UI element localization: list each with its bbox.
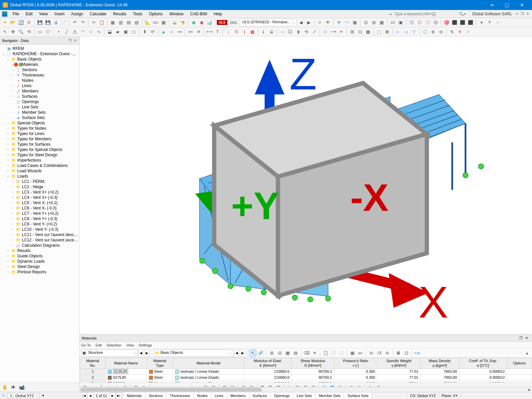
bp-fx2-icon[interactable]: fx̄ xyxy=(376,349,383,357)
bp-excel-icon[interactable]: ▦ xyxy=(349,349,356,357)
menu-view[interactable]: View xyxy=(36,11,51,17)
table-hscrollbar[interactable]: ◀ ▶ xyxy=(80,387,532,392)
tree-lc8[interactable]: ›📁LC8 - Vent Y+ (-0.3) xyxy=(1,216,79,221)
tab-line-sets[interactable]: Line Sets xyxy=(293,392,316,399)
load-combo-select[interactable]: ULS (STR/GEO) - Permane... xyxy=(240,19,297,26)
menu-edit[interactable]: Edit xyxy=(22,11,36,17)
model-viewport[interactable]: Z X Y +Y -X xyxy=(80,37,532,334)
bp-prev1-icon[interactable]: ◀ xyxy=(138,349,144,357)
maximize-button[interactable]: ▢ xyxy=(499,0,514,10)
tree-basic-objects[interactable]: ⌄📁Basic Objects xyxy=(1,57,79,62)
undo-icon[interactable]: ↶ xyxy=(71,19,78,26)
menu-results[interactable]: Results xyxy=(110,11,130,17)
col-header[interactable]: Material Model xyxy=(173,358,244,368)
menu-calculate[interactable]: Calculate xyxy=(86,11,110,17)
results-nav-icon[interactable]: 📊 xyxy=(206,19,213,26)
tree-steel-design[interactable]: ›📁Steel Design xyxy=(1,264,79,269)
tree-openings[interactable]: ◻Openings xyxy=(1,99,79,104)
tab-nodes[interactable]: Nodes xyxy=(194,392,211,399)
tab-surfaces[interactable]: Surfaces xyxy=(249,392,271,399)
tree-surface-sets[interactable]: ▰Surface Sets xyxy=(1,115,79,120)
col-header[interactable]: Specific Weightγ [kN/m³] xyxy=(377,358,421,368)
bp-scroll-up-icon[interactable]: ▴ xyxy=(523,349,531,357)
tree-special-objects[interactable]: ›📁Special Objects xyxy=(1,120,79,126)
next-lc-icon[interactable]: ▶ xyxy=(305,19,313,26)
star-icon[interactable]: ★ xyxy=(316,19,324,26)
doc-restore-button[interactable]: ❐ xyxy=(520,12,525,16)
tab-surface-sets[interactable]: Surface Sets xyxy=(344,392,372,399)
bp-next2-icon[interactable]: ▶ xyxy=(240,349,245,357)
bp-copy-icon[interactable]: 📋 xyxy=(322,349,329,357)
tree-member-sets[interactable]: ›⫽Member Sets xyxy=(1,110,79,115)
polyline-icon[interactable]: ⋀ xyxy=(71,28,78,36)
bp-delete-row-icon[interactable]: ⊟ xyxy=(276,349,283,357)
table-row[interactable]: 1S235JRSteelIsotropic | Linear Elastic21… xyxy=(80,368,532,374)
node-result-icon[interactable]: ⊡ xyxy=(362,19,369,26)
tree-types-for-steel-design[interactable]: ›📁Types for Steel Design xyxy=(1,152,79,158)
tree-lc6[interactable]: ›📁LC6 - Vent X- (-0.3) xyxy=(1,205,79,211)
tree-lc9[interactable]: ›📁LC9 - Vent Y- (+0.2) xyxy=(1,221,79,227)
bp-menu-settings[interactable]: Settings xyxy=(139,343,152,347)
tree-loads[interactable]: ⌄📁Loads xyxy=(1,174,79,179)
move-screen-icon[interactable]: ✥ xyxy=(9,28,17,36)
eye-view-icon[interactable]: 👁 xyxy=(11,385,16,390)
panel-icon[interactable]: ▣ xyxy=(397,19,404,26)
hand-icon[interactable]: ✋ xyxy=(2,385,8,390)
bp-prev2-icon[interactable]: ◀ xyxy=(234,349,239,357)
col-header[interactable]: Modulus of Elast.E [N/mm²] xyxy=(244,358,292,368)
tree-materials[interactable]: ›🔴🟢Materials xyxy=(1,62,79,67)
menu-cad-bim[interactable]: CAD-BIM xyxy=(187,11,210,17)
tree-dynamic-loads[interactable]: ›📁Dynamic Loads xyxy=(1,259,79,264)
bp-grid2-icon[interactable]: ▤ xyxy=(292,349,299,357)
copy-icon[interactable]: 📋 xyxy=(98,19,105,26)
menu-tools[interactable]: Tools xyxy=(130,11,146,17)
help-icon[interactable]: ? xyxy=(486,19,493,26)
keyword-search[interactable]: ▸ xyxy=(390,11,454,17)
deform-icon[interactable]: 〰 xyxy=(343,19,350,26)
eye-icon[interactable]: 👁 xyxy=(324,19,332,26)
analysis-icon[interactable]: ◉ xyxy=(190,19,197,26)
tree-lc7[interactable]: ›📁LC7 - Vent Y+ (+0.2) xyxy=(1,211,79,216)
line-icon[interactable]: ╱ xyxy=(63,28,70,36)
member-result-icon[interactable]: ⊞ xyxy=(370,19,377,26)
table-row[interactable]: 2S275JRSteelIsotropic | Linear Elastic21… xyxy=(80,374,532,380)
tree-nodes[interactable]: •Nodes xyxy=(1,78,79,83)
tab-lines[interactable]: Lines xyxy=(211,392,227,399)
bp-unit-icon[interactable]: ⊡ xyxy=(403,349,410,357)
tree-lc3[interactable]: ›📁LC3 - Vent X+ (+0.2) xyxy=(1,190,79,195)
bp-abc-icon[interactable]: abc xyxy=(357,349,364,357)
tab-openings[interactable]: Openings xyxy=(270,392,293,399)
bp-x-icon[interactable]: ✕ xyxy=(311,349,318,357)
tree-types-for-lines[interactable]: ›📁Types for Lines xyxy=(1,131,79,136)
tree-load-cases-combinations[interactable]: ›📁Load Cases & Combinations xyxy=(1,163,79,168)
report-icon[interactable]: 📄 xyxy=(60,19,67,26)
menu-insert[interactable]: Insert xyxy=(51,11,68,17)
tree-line-sets[interactable]: ⫽Line Sets xyxy=(1,104,79,110)
arc-icon[interactable]: ◠ xyxy=(79,28,86,36)
bp-structure-select[interactable]: ▦Structure xyxy=(81,349,138,357)
tab-materials[interactable]: Materials xyxy=(123,392,146,399)
filter-icon[interactable]: ▼ xyxy=(335,19,342,26)
tab-first-icon[interactable]: |◀ xyxy=(81,392,87,399)
bp-fx3-icon[interactable]: fx xyxy=(384,349,391,357)
cursor-icon[interactable]: ↖ xyxy=(1,28,9,36)
bp-fx1-icon[interactable]: fx xyxy=(368,349,375,357)
bp-calc-icon[interactable]: 🖩 xyxy=(395,349,402,357)
bp-link-icon[interactable]: 🔗 xyxy=(257,349,264,357)
view-4-icon[interactable]: ▧ xyxy=(133,19,140,26)
tab-members[interactable]: Members xyxy=(227,392,249,399)
design-icon[interactable]: ◉ xyxy=(198,19,205,26)
menu-options[interactable]: Options xyxy=(146,11,166,17)
bp-grid1-icon[interactable]: ▦ xyxy=(284,349,291,357)
concrete-design-icon[interactable]: Ⓒ xyxy=(416,19,423,26)
print-icon[interactable]: 🖨 xyxy=(52,19,60,26)
menu-window[interactable]: Window xyxy=(166,11,187,17)
tree-calc-diagrams[interactable]: 📈Calculation Diagrams xyxy=(1,243,79,248)
search-icon[interactable]: 🔍▾ xyxy=(459,12,466,16)
bp-paste-icon[interactable]: 📄 xyxy=(330,349,337,357)
col-header[interactable]: Mass Densityρ [kg/m³] xyxy=(421,358,459,368)
col-header[interactable]: Options xyxy=(507,358,532,368)
zoom-icon[interactable]: 🔍 xyxy=(17,28,25,36)
minimize-button[interactable]: ━ xyxy=(484,0,499,10)
tree-types-for-special-objects[interactable]: ›📁Types for Special Objects xyxy=(1,147,79,152)
